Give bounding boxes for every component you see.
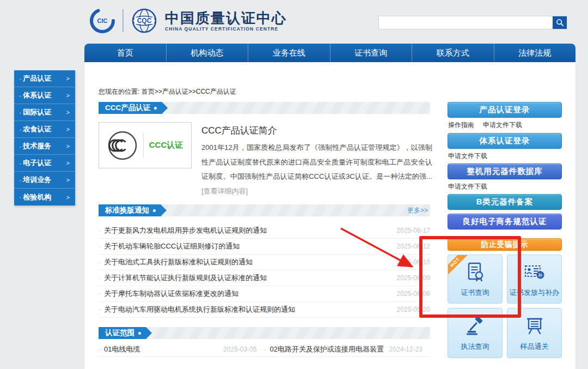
notice-bullet: · — [99, 258, 101, 266]
fraud-notice-button[interactable]: 防止受骗提示 — [448, 238, 562, 251]
chevron-right-icon: > — [66, 160, 70, 166]
sidebar-item-label: 国际认证 — [23, 107, 51, 117]
nav-item[interactable]: 法律法规 — [494, 44, 576, 62]
scope-section-title: 认证范围 — [105, 328, 134, 338]
cic-logo: CIC — [89, 7, 116, 34]
notice-row: · 关于电动汽车用驱动电机系统执行新版标准和认证规则的通知 2025-05-20 — [99, 302, 430, 318]
notice-row: · 关于机动车辆轮胎CCC认证细则修订的通知 2025-06-12 — [99, 239, 430, 255]
sidebar-bullet: · — [19, 108, 21, 117]
notice-row: · 关于电池式工具执行新版标准和认证规则的通知 2025-06-10 — [99, 255, 430, 270]
notice-title-link[interactable]: 关于电池式工具执行新版标准和认证规则的通知 — [104, 257, 397, 267]
chevron-right-icon: > — [66, 109, 70, 116]
ccc-mark-label: CCC认证 — [149, 140, 183, 150]
download-link-1[interactable]: 申请文件下载 — [483, 120, 522, 130]
notices-section-tab: 标准换版通知 — [99, 204, 167, 216]
breadcrumb-label: 您现在的位置: — [99, 88, 139, 95]
scope-title-link[interactable]: 02电路开关及保护或连接用电器装置 — [270, 344, 384, 354]
ccc-mark-icon — [107, 130, 138, 161]
notice-date: 2025-06-09 — [397, 274, 430, 282]
nav-item[interactable]: 业务在线 — [248, 44, 330, 62]
ccc-box-divider — [143, 133, 144, 158]
tile-label: 证书查询 — [461, 288, 489, 298]
nav-item[interactable]: 机构动态 — [166, 44, 248, 62]
scope-title-link[interactable]: 01电线电缆 — [104, 344, 140, 354]
notice-title-link[interactable]: 关于电动汽车用驱动电机系统执行新版标准和认证规则的通知 — [104, 305, 397, 314]
sidebar-item[interactable]: · 电子认证 > — [14, 155, 75, 172]
sidebar-item-label: 电子认证 — [23, 158, 51, 168]
tile-enforcement-query[interactable]: 执法查询 — [448, 308, 503, 358]
breadcrumb-path[interactable]: 首页>>产品认证>>CCC产品认证 — [142, 88, 236, 95]
download-link-2[interactable]: 申请文件下载 — [448, 152, 487, 161]
tile-certificate-query[interactable]: HOT 证书查询 — [448, 255, 503, 304]
sidebar-bullet: · — [19, 193, 21, 201]
nav-item[interactable]: 联系方式 — [412, 44, 494, 62]
search-button[interactable] — [553, 16, 567, 29]
scope-list: · 01电线电缆 2025-03-05 · 02电路开关及保护或连接用电器装置 … — [99, 342, 430, 357]
sidebar-item[interactable]: · 技术服务 > — [14, 138, 75, 155]
product-login-links: 操作指南 申请文件下载 — [448, 120, 522, 130]
scope-date: 2024-12-23 — [389, 346, 422, 353]
sidebar-item-label: 检验机构 — [23, 192, 51, 202]
notices-more-link[interactable]: 更多>> — [407, 206, 428, 215]
b-class-button[interactable]: B类元器件备案 — [448, 194, 562, 210]
notice-date: 2025-06-12 — [397, 243, 430, 250]
component-db-button[interactable]: 整机用元器件数据库 — [448, 164, 562, 179]
notice-title-link[interactable]: 关于摩托车制动器认证依据标准更改的通知 — [104, 289, 397, 299]
sidebar-item[interactable]: · 检验机构 > — [14, 189, 75, 205]
notice-bullet: · — [99, 243, 101, 250]
notice-title-link[interactable]: 关于计算机节能认证执行新版规则及认证标准的通知 — [104, 273, 397, 283]
tile-certificate-reissue[interactable]: 补 证书发放与补办 — [507, 255, 562, 304]
search-input[interactable] — [379, 16, 553, 29]
breadcrumb: 您现在的位置: 首页>>产品认证>>CCC产品认证 — [99, 87, 236, 96]
guide-link[interactable]: 操作指南 — [448, 120, 474, 130]
sidebar-item[interactable]: · 体系认证 > — [14, 87, 75, 104]
header-logo-area: CIC CQC 中国质量认证中心 CHINA QUALITY CERTIFICA… — [89, 7, 287, 35]
sidebar-bullet: · — [19, 176, 21, 184]
chevron-right-icon: > — [66, 75, 70, 82]
search-icon — [556, 19, 564, 27]
system-login-button[interactable]: 体系认证登录 — [448, 133, 562, 149]
svg-text:CIC: CIC — [97, 17, 108, 24]
tile-sample-clearance[interactable]: 样品通关 — [507, 308, 562, 358]
component-db-links: 申请文件下载 — [448, 182, 487, 191]
org-name-cn: 中国质量认证中心 — [165, 10, 287, 26]
sample-board-icon — [524, 315, 546, 337]
sidebar-bullet: · — [19, 142, 21, 150]
scope-section-tab: 认证范围 — [99, 327, 152, 339]
notice-row: · 关于更新风力发电机组用异步发电机认证规则的通知 2025-06-17 — [99, 223, 430, 239]
org-name-en: CHINA QUALITY CERTIFICATION CENTRE — [165, 26, 287, 32]
sidebar-item[interactable]: · 产品认证 > — [14, 70, 75, 87]
sidebar-item[interactable]: · 国际认证 > — [14, 104, 75, 121]
chevron-right-icon: > — [66, 92, 70, 99]
notice-row: · 关于计算机节能认证执行新版规则及认证标准的通知 2025-06-09 — [99, 270, 430, 286]
tab-dot — [138, 332, 141, 335]
svg-text:补: 补 — [538, 273, 543, 278]
sidebar-item[interactable]: · 培训业务 > — [14, 172, 75, 189]
certificate-search-icon — [464, 261, 486, 283]
view-detail-link[interactable]: [查看详细内容] — [201, 187, 248, 195]
scope-bullet: · — [99, 346, 101, 353]
org-names: 中国质量认证中心 CHINA QUALITY CERTIFICATION CEN… — [165, 10, 287, 32]
nav-item[interactable]: 证书查询 — [330, 44, 412, 62]
sidebar-bullet: · — [19, 159, 21, 167]
notice-title-link[interactable]: 关于更新风力发电机组用异步发电机认证规则的通知 — [104, 226, 397, 235]
sidebar-item-label: 技术服务 — [23, 141, 51, 151]
chevron-right-icon: > — [66, 177, 70, 183]
download-link-3[interactable]: 申请文件下载 — [448, 182, 487, 191]
logo-divider — [122, 9, 124, 32]
product-login-button[interactable]: 产品认证登录 — [448, 102, 562, 118]
nav-item[interactable]: 首页 — [84, 44, 166, 62]
scope-bullet: · — [265, 346, 267, 353]
scope-item: · 01电线电缆 2025-03-05 — [99, 342, 265, 357]
ccc-section-tab: CCC产品认证 — [99, 102, 168, 114]
tile-label: 证书发放与补办 — [510, 288, 559, 298]
notice-date: 2025-06-10 — [397, 258, 430, 266]
sidebar-item-label: 农食认证 — [23, 124, 51, 134]
notice-title-link[interactable]: 关于机动车辆轮胎CCC认证细则修订的通知 — [104, 241, 397, 251]
ecommerce-button[interactable]: 良好电子商务规范认证 — [448, 214, 562, 229]
sidebar-item[interactable]: · 农食认证 > — [14, 121, 75, 138]
sidebar-bullet: · — [19, 92, 21, 100]
notice-date: 2025-05-20 — [397, 306, 430, 313]
sidebar-item-label: 体系认证 — [23, 90, 51, 100]
notice-bullet: · — [99, 306, 101, 313]
